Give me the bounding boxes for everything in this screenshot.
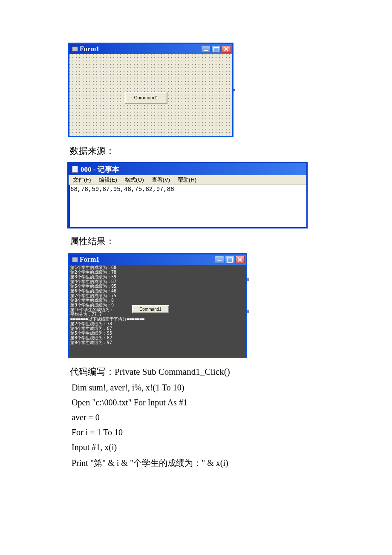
notepad-window: 000 - 记事本 文件(F) 编辑(E) 格式(O) 查看(V) 帮助(H) … (68, 163, 307, 228)
output-line: 第4个学生的成绩为：87 (70, 279, 245, 284)
menu-format[interactable]: 格式(O) (121, 175, 147, 185)
runtime-titlebar: Form1 (69, 254, 246, 265)
menu-help[interactable]: 帮助(H) (174, 175, 200, 185)
output-line: 第7个学生的成绩为：75 (70, 293, 245, 298)
result-label: 属性结果： (70, 235, 324, 247)
data-source-label: 数据来源： (70, 145, 324, 157)
notepad-icon (72, 166, 78, 173)
form-icon (72, 257, 78, 262)
notepad-titlebar: 000 - 记事本 (69, 163, 306, 175)
output-line: 第9个学生成绩为：97 (70, 340, 245, 345)
code-intro: 代码编写：Private Sub Command1_Click() (70, 366, 324, 378)
code-line: Dim sum!, aver!, i%, x!(1 To 10) (72, 383, 324, 393)
code-line: For i = 1 To 10 (72, 428, 324, 437)
output-line: 第5个学生成绩为：95 (70, 331, 245, 335)
minimize-button[interactable] (201, 45, 210, 53)
output-line: 第1个学生的成绩为：68 (70, 265, 245, 270)
close-button[interactable] (222, 45, 231, 53)
close-button[interactable] (235, 256, 245, 263)
minimize-button[interactable] (215, 256, 224, 263)
output-line: 第6个学生的成绩为：48 (70, 289, 245, 293)
form1-design-body[interactable]: Command1 (69, 54, 232, 136)
output-line: 第2个学生成绩为：78 (70, 321, 245, 326)
output-line: 第4个学生成绩为：87 (70, 326, 245, 331)
resize-handle[interactable] (233, 89, 235, 91)
command1-button[interactable]: Command1 (125, 92, 167, 104)
output-line: 第2个学生的成绩为：78 (70, 270, 245, 275)
output-line: 第5个学生的成绩为：95 (70, 284, 245, 289)
form-icon (72, 46, 78, 52)
notepad-title: 000 - 记事本 (81, 165, 119, 174)
code-line: Print "第" & i & "个学生的成绩为：" & x(i) (72, 457, 324, 469)
form1-titlebar: Form1 (69, 44, 232, 54)
code-line: Open "c:\000.txt" For Input As #1 (72, 398, 324, 408)
side-marker (247, 310, 249, 313)
form1-design-window: Form1 Command1 (68, 43, 233, 137)
output-line: 第8个学生成绩为：82 (70, 335, 245, 340)
notepad-body[interactable]: 68,78,59,87,95,48,75,82,97,88 (69, 185, 306, 227)
code-line: aver = 0 (72, 413, 324, 422)
output-line: 第3个学生的成绩为：59 (70, 275, 245, 279)
output-line: =======以下成绩高于平均分======= (70, 317, 245, 321)
menu-file[interactable]: 文件(F) (69, 175, 95, 185)
runtime-command1-button[interactable]: Command1 (132, 305, 169, 313)
form1-title: Form1 (80, 45, 99, 53)
notepad-content: 68,78,59,87,95,48,75,82,97,88 (70, 186, 174, 193)
menu-edit[interactable]: 编辑(E) (95, 175, 121, 185)
maximize-button[interactable] (211, 45, 221, 53)
code-line: Input #1, x(i) (72, 442, 324, 452)
runtime-body: 第1个学生的成绩为：68 第2个学生的成绩为：78 第3个学生的成绩为：59 第… (69, 265, 246, 357)
output-line: 第8个学生的成绩为：8 (70, 298, 245, 303)
form1-runtime-window: Form1 第1个学生的成绩为：68 第2个学生的成绩为：78 第3个学生的成绩… (68, 253, 247, 358)
notepad-menubar: 文件(F) 编辑(E) 格式(O) 查看(V) 帮助(H) (69, 175, 306, 185)
runtime-title: Form1 (80, 256, 99, 263)
side-marker (247, 278, 249, 281)
maximize-button[interactable] (225, 256, 234, 263)
menu-view[interactable]: 查看(V) (148, 175, 173, 185)
